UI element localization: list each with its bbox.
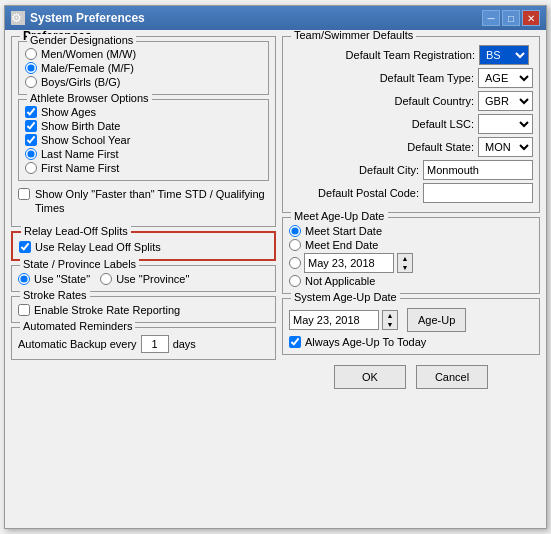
- system-date-spinner[interactable]: ▲ ▼: [382, 310, 398, 330]
- meet-date-up-arrow[interactable]: ▲: [398, 254, 412, 263]
- gender-mw-label: Men/Women (M/W): [41, 48, 136, 60]
- meet-start-date-item[interactable]: Meet Start Date: [289, 225, 533, 237]
- backup-value-input[interactable]: [141, 335, 169, 353]
- default-state-label: Default State:: [407, 141, 474, 153]
- stroke-rate-checkbox[interactable]: [18, 304, 30, 316]
- meet-start-date-radio[interactable]: [289, 225, 301, 237]
- team-type-select[interactable]: AGE: [478, 68, 533, 88]
- minimize-button[interactable]: ─: [482, 10, 500, 26]
- age-up-button[interactable]: Age-Up: [407, 308, 466, 332]
- always-age-up-checkbox[interactable]: [289, 336, 301, 348]
- meet-age-up-content: Meet Start Date Meet End Date ▲ ▼: [289, 225, 533, 287]
- system-preferences-window: ⚙ System Preferences ─ □ ✕ Preferences G…: [4, 5, 547, 529]
- gender-bg-item[interactable]: Boys/Girls (B/G): [25, 76, 262, 88]
- default-postal-input[interactable]: [423, 183, 533, 203]
- gender-section: Gender Designations Men/Women (M/W) Male…: [18, 41, 269, 95]
- backup-row: Automatic Backup every days: [18, 335, 269, 353]
- athlete-browser-options: Show Ages Show Birth Date Show School Ye…: [25, 106, 262, 174]
- meet-date-radio[interactable]: [289, 257, 301, 269]
- show-birth-label: Show Birth Date: [41, 120, 120, 132]
- default-state-select[interactable]: MON: [478, 137, 533, 157]
- default-postal-row: Default Postal Code:: [289, 183, 533, 203]
- last-name-first-radio[interactable]: [25, 148, 37, 160]
- show-ages-item[interactable]: Show Ages: [25, 106, 262, 118]
- athlete-browser-label: Athlete Browser Options: [27, 92, 152, 104]
- use-province-label: Use "Province": [116, 273, 189, 285]
- meet-date-picker-row: ▲ ▼: [289, 253, 533, 273]
- days-label: days: [173, 338, 196, 350]
- gender-mf-item[interactable]: Male/Female (M/F): [25, 62, 262, 74]
- first-name-first-item[interactable]: First Name First: [25, 162, 262, 174]
- last-name-first-label: Last Name First: [41, 148, 119, 160]
- use-state-item[interactable]: Use "State": [18, 273, 90, 285]
- use-state-radio[interactable]: [18, 273, 30, 285]
- team-defaults-label: Team/Swimmer Defaults: [291, 30, 416, 41]
- not-applicable-item[interactable]: Not Applicable: [289, 275, 533, 287]
- first-name-first-radio[interactable]: [25, 162, 37, 174]
- meet-date-down-arrow[interactable]: ▼: [398, 263, 412, 272]
- gender-mf-radio[interactable]: [25, 62, 37, 74]
- ok-cancel-row: OK Cancel: [282, 365, 540, 389]
- title-bar: ⚙ System Preferences ─ □ ✕: [5, 6, 546, 30]
- stroke-rate-option[interactable]: Enable Stroke Rate Reporting: [18, 304, 269, 316]
- team-type-row: Default Team Type: AGE: [289, 68, 533, 88]
- default-state-row: Default State: MON: [289, 137, 533, 157]
- meet-end-date-item[interactable]: Meet End Date: [289, 239, 533, 251]
- system-date-input[interactable]: [289, 310, 379, 330]
- system-date-down-arrow[interactable]: ▼: [383, 320, 397, 329]
- gender-options: Men/Women (M/W) Male/Female (M/F) Boys/G…: [25, 48, 262, 88]
- default-city-label: Default City:: [359, 164, 419, 176]
- gender-mw-item[interactable]: Men/Women (M/W): [25, 48, 262, 60]
- preferences-section: Preferences Gender Designations Men/Wome…: [11, 36, 276, 227]
- gender-mw-radio[interactable]: [25, 48, 37, 60]
- state-province-section: State / Province Labels Use "State" Use …: [11, 265, 276, 292]
- last-name-first-item[interactable]: Last Name First: [25, 148, 262, 160]
- automated-reminders-label: Automated Reminders: [20, 320, 135, 332]
- stroke-rate-option-label: Enable Stroke Rate Reporting: [34, 304, 180, 316]
- team-registration-select[interactable]: BS: [479, 45, 529, 65]
- show-school-checkbox[interactable]: [25, 134, 37, 146]
- window-icon: ⚙: [11, 11, 25, 25]
- window-title: System Preferences: [30, 11, 145, 25]
- maximize-button[interactable]: □: [502, 10, 520, 26]
- relay-lead-option[interactable]: Use Relay Lead Off Splits: [19, 241, 268, 253]
- show-birth-item[interactable]: Show Birth Date: [25, 120, 262, 132]
- show-only-checkbox[interactable]: [18, 188, 30, 200]
- meet-start-date-label: Meet Start Date: [305, 225, 382, 237]
- default-country-select[interactable]: GBR: [478, 91, 533, 111]
- system-age-up-section: System Age-Up Date ▲ ▼ Age-Up Always Age…: [282, 298, 540, 355]
- relay-lead-checkbox[interactable]: [19, 241, 31, 253]
- team-defaults-form: Default Team Registration: BS Default Te…: [289, 45, 533, 203]
- meet-date-input[interactable]: [304, 253, 394, 273]
- main-content: Preferences Gender Designations Men/Wome…: [5, 30, 546, 528]
- show-school-item[interactable]: Show School Year: [25, 134, 262, 146]
- default-lsc-select[interactable]: [478, 114, 533, 134]
- show-ages-checkbox[interactable]: [25, 106, 37, 118]
- meet-date-spinner[interactable]: ▲ ▼: [397, 253, 413, 273]
- team-type-label: Default Team Type:: [380, 72, 474, 84]
- right-panel: Team/Swimmer Defaults Default Team Regis…: [282, 36, 540, 522]
- always-age-up-item[interactable]: Always Age-Up To Today: [289, 336, 533, 348]
- system-age-up-label: System Age-Up Date: [291, 291, 400, 303]
- gender-bg-radio[interactable]: [25, 76, 37, 88]
- show-ages-label: Show Ages: [41, 106, 96, 118]
- team-defaults-section: Team/Swimmer Defaults Default Team Regis…: [282, 36, 540, 213]
- ok-button[interactable]: OK: [334, 365, 406, 389]
- backup-label: Automatic Backup every: [18, 338, 137, 350]
- default-city-input[interactable]: [423, 160, 533, 180]
- default-postal-label: Default Postal Code:: [318, 187, 419, 199]
- use-province-radio[interactable]: [100, 273, 112, 285]
- gender-mf-label: Male/Female (M/F): [41, 62, 134, 74]
- window-controls: ─ □ ✕: [482, 10, 540, 26]
- gender-label: Gender Designations: [27, 34, 136, 46]
- show-birth-checkbox[interactable]: [25, 120, 37, 132]
- close-button[interactable]: ✕: [522, 10, 540, 26]
- not-applicable-radio[interactable]: [289, 275, 301, 287]
- not-applicable-label: Not Applicable: [305, 275, 375, 287]
- default-lsc-label: Default LSC:: [412, 118, 474, 130]
- meet-end-date-radio[interactable]: [289, 239, 301, 251]
- cancel-button[interactable]: Cancel: [416, 365, 488, 389]
- show-school-label: Show School Year: [41, 134, 130, 146]
- system-date-up-arrow[interactable]: ▲: [383, 311, 397, 320]
- use-province-item[interactable]: Use "Province": [100, 273, 189, 285]
